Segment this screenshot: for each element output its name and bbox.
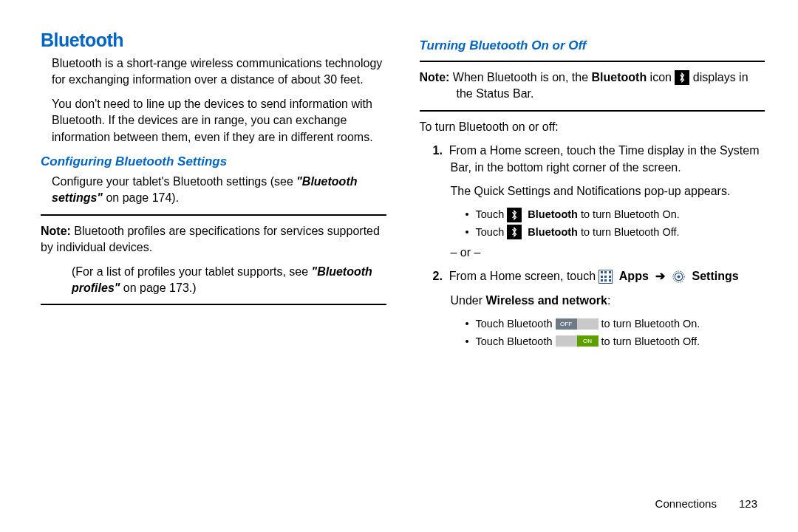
intro-paragraph-2: You don't need to line up the devices to… — [52, 96, 386, 146]
step-2: 2. From a Home screen, touch Apps ➔ Sett… — [451, 268, 765, 284]
footer-section: Connections — [655, 497, 717, 510]
page-number: 123 — [739, 497, 757, 510]
step-1-result: The Quick Settings and Notifications pop… — [451, 183, 765, 200]
note-profiles: Note: Bluetooth profiles are specificati… — [41, 223, 386, 256]
divider — [41, 214, 386, 216]
note-status-bar: Note: When Bluetooth is on, the Bluetoot… — [420, 69, 765, 103]
arrow-icon: ➔ — [652, 270, 668, 282]
bluetooth-icon — [507, 225, 522, 239]
step-1: 1. From a Home screen, touch the Time di… — [451, 143, 765, 176]
settings-icon — [672, 270, 686, 284]
svg-point-2 — [677, 275, 680, 278]
bullet-turn-off: Touch Bluetooth to turn Bluetooth Off. — [466, 225, 765, 241]
bullet-toggle-on: Touch Bluetooth OFFON to turn Bluetooth … — [466, 316, 765, 332]
or-separator: – or – — [451, 245, 765, 261]
toggle-off-icon: OFFON — [556, 318, 598, 330]
page-footer: Connections123 — [655, 497, 757, 510]
section-title: Bluetooth — [41, 30, 386, 51]
divider — [420, 110, 765, 112]
bullet-toggle-off: Touch Bluetooth OFFON to turn Bluetooth … — [466, 334, 765, 350]
intro-paragraph-1: Bluetooth is a short-range wireless comm… — [52, 55, 386, 89]
subheading-turning-on-off: Turning Bluetooth On or Off — [420, 38, 765, 53]
step-2-line2: Under Wireless and network: — [451, 293, 765, 309]
divider — [41, 304, 386, 305]
bluetooth-icon — [675, 70, 689, 85]
apps-icon — [598, 270, 613, 284]
subheading-configuring: Configuring Bluetooth Settings — [41, 154, 386, 169]
divider — [420, 61, 765, 62]
configure-text: Configure your tablet's Bluetooth settin… — [52, 174, 386, 207]
note-profiles-ref: (For a list of profiles your tablet supp… — [72, 264, 386, 297]
bluetooth-icon — [507, 208, 522, 222]
bullet-turn-on: Touch Bluetooth to turn Bluetooth On. — [466, 207, 765, 223]
lead-text: To turn Bluetooth on or off: — [420, 119, 765, 135]
toggle-on-icon: OFFON — [556, 335, 598, 347]
